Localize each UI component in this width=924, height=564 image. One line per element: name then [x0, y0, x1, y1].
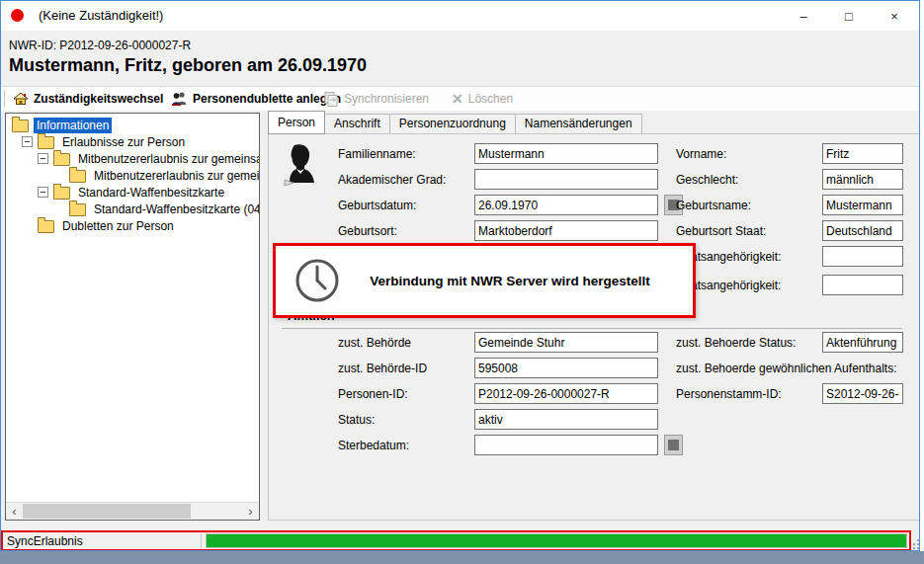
- toolbar-personendublette-button[interactable]: Personendublette anlegen: [171, 89, 341, 109]
- sterbedatum-picker-button[interactable]: [664, 435, 683, 455]
- folder-icon: [38, 136, 54, 149]
- geburtsname-label: Geburtsname:: [676, 199, 751, 212]
- group-box-border: [282, 328, 902, 329]
- tree-horizontal-scrollbar[interactable]: ‹ ›: [6, 502, 259, 520]
- geburtsdatum-input[interactable]: [474, 195, 658, 215]
- akademischer-grad-input[interactable]: [474, 169, 658, 190]
- tree-item-label: Mitbenutzererlaubnis zur gemeinsam: [91, 168, 260, 184]
- toolbar-loeschen-button: ✕ Löschen: [452, 89, 513, 109]
- vorname-label: Vorname:: [676, 147, 726, 161]
- tab-strip: Person Anschrift Personenzuordnung Namen…: [268, 112, 642, 134]
- collapse-expander-icon[interactable]: [38, 153, 48, 164]
- title-bar: (Keine Zuständigkeit!) – □ ×: [1, 1, 919, 31]
- house-icon: [13, 91, 29, 107]
- geburtsort-label: Geburtsort:: [338, 224, 397, 238]
- tab-anschrift[interactable]: Anschrift: [325, 114, 390, 134]
- window-title: (Keine Zuständigkeit!): [39, 8, 163, 23]
- zust-behoerde-status-label: zust. Behoerde Status:: [676, 336, 796, 350]
- clock-icon: [294, 257, 341, 304]
- folder-icon: [69, 203, 86, 216]
- toolbar-label: Zuständigkeitswechsel: [34, 92, 163, 106]
- tree-item-label: Mitbenutzererlaubnis zur gemeinsamen W: [75, 151, 260, 167]
- geburtsort-input[interactable]: [474, 220, 658, 241]
- sync-icon: [323, 91, 339, 107]
- tree-item-label: Erlaubnisse zur Person: [59, 134, 188, 150]
- personen-id-input[interactable]: [474, 383, 658, 404]
- tree-item-erlaubnisse[interactable]: Erlaubnisse zur Person: [22, 133, 188, 150]
- status-input[interactable]: [474, 409, 658, 430]
- progress-bar: [206, 533, 907, 548]
- familienname-label: Familienname:: [338, 147, 416, 161]
- geschlecht-label: Geschlecht:: [676, 173, 738, 187]
- app-window: (Keine Zuständigkeit!) – □ × NWR-ID: P20…: [0, 0, 920, 551]
- sterbedatum-label: Sterbedatum:: [338, 439, 409, 452]
- tree-item-mitbenutzererlaubnis-child[interactable]: Mitbenutzererlaubnis zur gemeinsam: [69, 167, 260, 184]
- progress-bar-fill: [207, 534, 906, 547]
- close-button[interactable]: ×: [872, 1, 917, 31]
- zust-behoerde-label: zust. Behörde: [338, 336, 411, 350]
- zust-behoerde-id-input[interactable]: [474, 358, 658, 378]
- status-label: Status:: [338, 413, 375, 427]
- tree-item-label: Standard-Waffenbesitzkarte: [75, 185, 227, 201]
- tree-item-label: Standard-Waffenbesitzkarte (0495: [91, 201, 260, 217]
- folder-icon: [53, 153, 70, 166]
- tree-item-standard-wbk[interactable]: Standard-Waffenbesitzkarte: [38, 184, 227, 201]
- tree-item-label: Dubletten zur Person: [59, 218, 177, 234]
- navigation-tree: Informationen Erlaubnisse zur Person Mit…: [5, 113, 260, 521]
- akademischer-grad-label: Akademischer Grad:: [338, 173, 446, 187]
- zust-behoerde-input[interactable]: [474, 332, 658, 353]
- tree-item-dubletten[interactable]: Dubletten zur Person: [38, 217, 177, 234]
- red-status-dot-icon: [11, 9, 24, 22]
- folder-icon: [53, 187, 70, 200]
- scroll-right-arrow-icon[interactable]: ›: [242, 503, 259, 520]
- nwr-id-text: NWR-ID: P2012-09-26-0000027-R: [9, 39, 191, 52]
- minimize-button[interactable]: –: [781, 1, 826, 31]
- person-tab-panel: Familienname: Vorname: Akademischer Grad…: [268, 133, 920, 521]
- tree-item-label: Informationen: [34, 118, 112, 133]
- scroll-left-arrow-icon[interactable]: ‹: [6, 503, 23, 520]
- window-controls: – □ ×: [781, 1, 917, 31]
- staatsangehoerigkeit-2-input[interactable]: [822, 275, 903, 295]
- person-duplicate-icon: [171, 91, 188, 107]
- tab-person[interactable]: Person: [268, 111, 325, 134]
- tree-item-informationen[interactable]: Informationen: [12, 117, 112, 133]
- tree-item-mitbenutzererlaubnis[interactable]: Mitbenutzererlaubnis zur gemeinsamen W: [38, 150, 260, 167]
- scrollbar-thumb[interactable]: [23, 504, 191, 519]
- staatsangehoerigkeit-1-input[interactable]: [822, 246, 903, 267]
- zust-behoerde-id-label: zust. Behörde-ID: [338, 362, 427, 375]
- geburtsname-input[interactable]: [822, 195, 903, 215]
- folder-icon: [12, 120, 29, 132]
- folder-icon: [69, 170, 86, 183]
- geburtsort-staat-input[interactable]: [822, 220, 903, 241]
- toolbar-separator: [4, 90, 5, 108]
- status-bar: SyncErlaubnis: [1, 530, 911, 551]
- toolbar-synchronisieren-button: Synchronisieren: [323, 89, 429, 109]
- personenstamm-id-input[interactable]: [822, 383, 903, 404]
- toolbar-zustaendigkeitswechsel-button[interactable]: Zuständigkeitswechsel: [13, 89, 163, 109]
- tab-personenzuordnung[interactable]: Personenzuordnung: [390, 114, 516, 134]
- toolbar-label: Synchronisieren: [344, 92, 429, 106]
- delete-x-icon: ✕: [452, 92, 463, 106]
- sterbedatum-input[interactable]: [474, 435, 658, 455]
- resize-grip[interactable]: [917, 539, 919, 541]
- nwr-connection-overlay: Verbindung mit NWR Server wird hergestel…: [273, 243, 696, 318]
- geburtsort-staat-label: Geburtsort Staat:: [676, 224, 766, 238]
- vorname-input[interactable]: [822, 143, 903, 164]
- geburtsdatum-label: Geburtsdatum:: [338, 199, 416, 212]
- tree-item-standard-wbk-child[interactable]: Standard-Waffenbesitzkarte (0495: [69, 201, 260, 217]
- geschlecht-input[interactable]: [822, 169, 903, 190]
- zust-behoerde-status-input[interactable]: [822, 332, 903, 353]
- toolbar-label: Löschen: [468, 92, 513, 106]
- collapse-expander-icon[interactable]: [22, 136, 33, 147]
- toolbar-label: Personendublette anlegen: [193, 92, 341, 106]
- personen-id-label: Personen-ID:: [338, 387, 408, 401]
- maximize-button[interactable]: □: [826, 1, 872, 31]
- desktop-background: [0, 551, 924, 564]
- statusbar-divider: [201, 533, 202, 548]
- tab-namensaenderungen[interactable]: Namensänderungen: [516, 114, 642, 134]
- person-portrait-icon: [282, 143, 317, 187]
- toolbar: Zuständigkeitswechsel Personendublette a…: [1, 86, 919, 111]
- collapse-expander-icon[interactable]: [38, 187, 48, 198]
- personenstamm-id-label: Personenstamm-ID:: [676, 387, 782, 401]
- familienname-input[interactable]: [474, 143, 658, 164]
